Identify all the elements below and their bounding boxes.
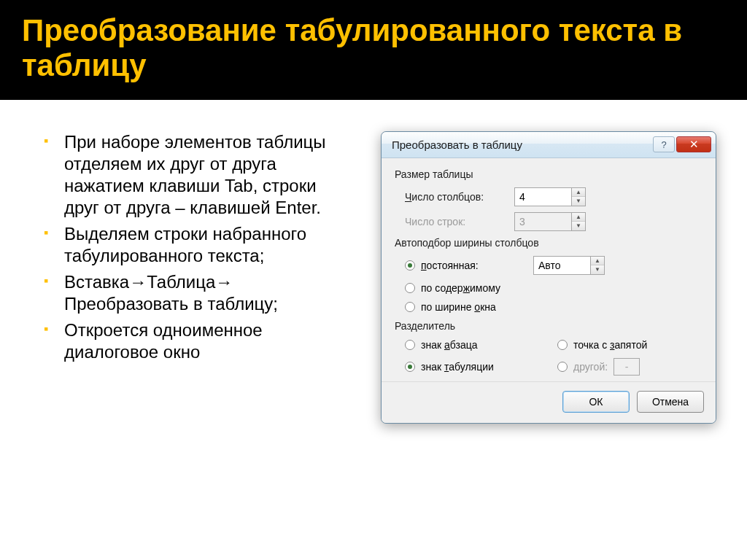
rows-row: Число строк: ▲ ▼ [395, 212, 703, 231]
titlebar-buttons: ? ✕ [653, 136, 711, 152]
columns-row: Число столбцов: ▲ ▼ [395, 187, 703, 206]
radio-paragraph-label: знак абзаца [421, 339, 477, 351]
list-item: Выделяем строки набранного табулированно… [44, 223, 350, 267]
radio-paragraph[interactable] [405, 340, 415, 350]
slide-content: При наборе элементов таблицы отделяем их… [0, 102, 747, 446]
rows-input [514, 212, 571, 231]
radio-fixed-label: постоянная: [421, 260, 527, 271]
fixed-width-input[interactable] [533, 256, 590, 275]
dialog-column: Преобразовать в таблицу ? ✕ Размер табли… [372, 131, 725, 424]
fixed-width-spinner[interactable]: ▲ ▼ [533, 256, 605, 275]
spin-down-icon[interactable]: ▼ [591, 265, 604, 274]
columns-spin-buttons[interactable]: ▲ ▼ [571, 187, 586, 206]
fixed-spin-buttons[interactable]: ▲ ▼ [590, 256, 605, 275]
group-separator-title: Разделитель [395, 320, 703, 332]
dialog-titlebar: Преобразовать в таблицу ? ✕ [382, 132, 716, 158]
ok-button[interactable]: ОК [562, 391, 630, 413]
dialog-footer: ОК Отмена [382, 381, 716, 423]
radio-semicolon-label: точка с запятой [573, 339, 647, 351]
list-item: Откроется одноименное диалоговое окно [44, 319, 350, 363]
bullet-list: При наборе элементов таблицы отделяем их… [44, 131, 350, 363]
radio-by-window-label: по ширине окна [421, 301, 496, 313]
bullet-column: При наборе элементов таблицы отделяем их… [44, 131, 350, 424]
list-item: Вставка→Таблица→ Преобразовать в таблицу… [44, 271, 350, 315]
radio-other[interactable] [557, 362, 568, 372]
help-button[interactable]: ? [653, 136, 675, 152]
rows-spinner: ▲ ▼ [514, 212, 586, 231]
spin-down-icon[interactable]: ▼ [572, 197, 585, 206]
radio-fixed[interactable] [405, 260, 415, 271]
sep-semicolon-cell: точка с запятой [557, 339, 697, 351]
columns-spinner[interactable]: ▲ ▼ [514, 187, 586, 206]
radio-tab-label: знак табуляции [421, 361, 494, 373]
radio-semicolon[interactable] [557, 340, 568, 350]
sep-other-cell: другой: [557, 358, 697, 376]
spin-up-icon[interactable]: ▲ [572, 188, 585, 198]
columns-label: Число столбцов: [405, 191, 514, 203]
other-separator-input [614, 358, 640, 376]
group-size-title: Размер таблицы [395, 168, 703, 180]
radio-by-window[interactable] [405, 302, 415, 312]
radio-by-content[interactable] [405, 283, 415, 293]
convert-to-table-dialog: Преобразовать в таблицу ? ✕ Размер табли… [381, 131, 716, 424]
radio-tab[interactable] [405, 362, 415, 372]
spin-up-icon: ▲ [572, 213, 585, 222]
slide-header: Преобразование табулированного текста в … [0, 0, 747, 102]
rows-label: Число строк: [405, 216, 514, 228]
autofit-content-row: по содержимому [395, 282, 703, 294]
cancel-button[interactable]: Отмена [637, 391, 704, 413]
dialog-title: Преобразовать в таблицу [392, 139, 653, 151]
spin-up-icon[interactable]: ▲ [591, 257, 604, 266]
slide-title: Преобразование табулированного текста в … [22, 13, 725, 84]
dialog-body: Размер таблицы Число столбцов: ▲ ▼ Число… [382, 158, 716, 381]
rows-spin-buttons: ▲ ▼ [571, 212, 586, 231]
autofit-window-row: по ширине окна [395, 301, 703, 313]
columns-input[interactable] [514, 187, 571, 206]
list-item: При наборе элементов таблицы отделяем их… [44, 131, 350, 219]
sep-tab-cell: знак табуляции [405, 358, 544, 376]
radio-other-label: другой: [573, 361, 608, 373]
autofit-fixed-row: постоянная: ▲ ▼ [395, 256, 703, 275]
group-autofit-title: Автоподбор ширины столбцов [395, 237, 703, 249]
radio-by-content-label: по содержимому [421, 282, 500, 294]
close-button[interactable]: ✕ [676, 136, 711, 152]
separator-grid: знак абзаца точка с запятой знак табуляц… [395, 339, 703, 376]
sep-paragraph-cell: знак абзаца [405, 339, 544, 351]
spin-down-icon: ▼ [572, 222, 585, 230]
